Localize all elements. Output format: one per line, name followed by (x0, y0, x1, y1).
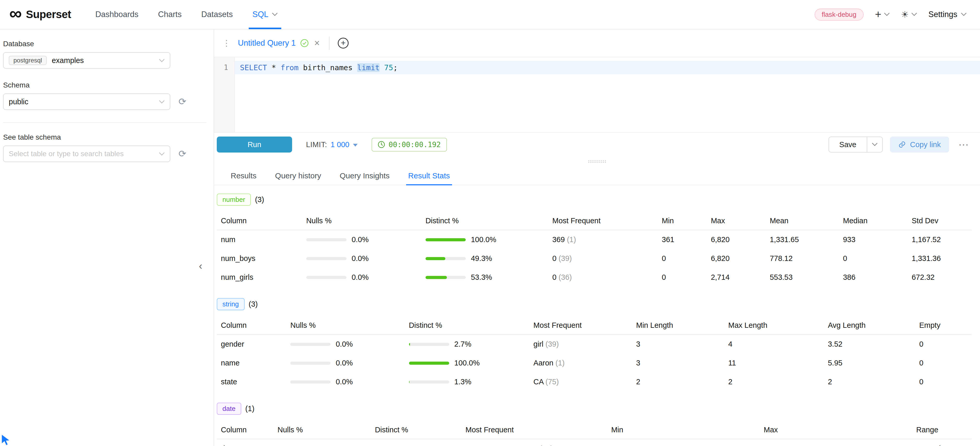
distinct-progress-bar (409, 343, 449, 346)
nav-sql[interactable]: SQL (243, 0, 288, 29)
copy-link-button[interactable]: Copy link (890, 137, 949, 153)
column-header: Distinct % (422, 212, 548, 230)
plus-icon: + (341, 39, 346, 47)
nulls-pct-label: 0.0% (336, 378, 353, 386)
most-frequent-value: 0 (552, 254, 556, 263)
most-frequent-value: 369 (552, 236, 565, 244)
tab-query-history[interactable]: Query history (267, 167, 329, 185)
column-header: Most Frequent (461, 421, 607, 439)
stats-section-string: string(3)ColumnNulls %Distinct %Most Fre… (217, 298, 972, 391)
table-row: num_boys0.0%49.3%0 (39)06,820778.1201,33… (217, 249, 972, 268)
column-header: Range (912, 421, 972, 439)
cell-distinct-pct: 53.3% (422, 268, 548, 287)
tab-result-stats[interactable]: Result Stats (400, 167, 458, 185)
save-button[interactable]: Save (829, 137, 867, 153)
close-tab-icon[interactable]: × (314, 38, 320, 48)
column-header: Nulls % (273, 421, 371, 439)
column-header: Column (217, 421, 273, 439)
tab-query-insights[interactable]: Query Insights (331, 167, 398, 185)
database-label: Database (3, 40, 214, 48)
line-number: 1 (214, 61, 234, 74)
code-token: limit (357, 63, 380, 72)
nav-datasets[interactable]: Datasets (191, 0, 243, 29)
code-token (267, 63, 272, 72)
cell-distinct-pct: 1.3% (405, 373, 530, 391)
nulls-pct-label: 0.0% (352, 236, 369, 244)
query-tab[interactable]: Untitled Query 1 × (234, 38, 324, 48)
add-tab-button[interactable]: + (338, 38, 348, 49)
column-header: Nulls % (302, 212, 422, 230)
database-select-value: examples (52, 56, 84, 65)
tab-drag-handle-icon[interactable]: ⋮ (223, 38, 231, 48)
distinct-progress-bar (425, 238, 466, 241)
sqllab-left-panel: Database postgresql examples Schema publ… (0, 29, 214, 446)
chevron-down-icon (872, 143, 878, 147)
column-header: Median (839, 212, 907, 230)
cell-most-frequent: Aaron (1) (529, 354, 632, 373)
table-select[interactable]: Select table or type to search tables (3, 146, 170, 162)
distinct-progress-bar (425, 257, 466, 260)
cell-value: 1965-01-01T03:00:00.000Z (607, 439, 760, 446)
refresh-schemas-icon[interactable]: ⟳ (178, 97, 186, 106)
column-header: Empty (915, 317, 972, 334)
theme-toggle-button[interactable]: ☀ (901, 10, 917, 19)
distinct-pct-label: 1.3% (454, 378, 471, 386)
stats-table: ColumnNulls %Distinct %Most FrequentMin … (217, 317, 972, 391)
navbar-right: flask-debug + ☀ Settings (815, 8, 967, 21)
database-select[interactable]: postgresql examples (3, 52, 170, 68)
code-token: SELECT (240, 63, 267, 72)
nav-charts[interactable]: Charts (148, 0, 191, 29)
table-row: name0.0%100.0%Aaron (1)3115.950 (217, 354, 972, 373)
cell-most-frequent: 0 (36) (548, 268, 657, 287)
table-header-row: ColumnNulls %Distinct %Most FrequentMinM… (217, 421, 972, 439)
sql-editor[interactable]: 1 SELECT * from birth_names limit 75; (214, 57, 980, 133)
query-tabstrip: ⋮ Untitled Query 1 × + (214, 29, 980, 57)
most-frequent-value: girl (533, 340, 543, 348)
column-header: Column (217, 212, 302, 230)
collapse-panel-button[interactable]: ‹ (199, 261, 202, 271)
add-new-button[interactable]: + (875, 9, 890, 20)
table-header-row: ColumnNulls %Distinct %Most FrequentMin … (217, 317, 972, 334)
cell-nulls-pct: 0.0% (286, 334, 404, 354)
superset-logo[interactable]: ∞ Superset (9, 7, 71, 22)
column-header: Max (707, 212, 765, 230)
tab-results[interactable]: Results (223, 167, 265, 185)
cell-value: 0 (658, 249, 707, 268)
save-dropdown-button[interactable] (867, 137, 883, 153)
type-badge: number (217, 194, 251, 206)
table-row: gender0.0%2.7%girl (39)343.520 (217, 334, 972, 354)
sql-toolbar: Run LIMIT: 1 000 00:00:00.192 Save (214, 133, 980, 156)
cell-value: 3.52 (824, 334, 915, 354)
limit-dropdown[interactable]: LIMIT: 1 000 (306, 140, 358, 149)
chevron-down-icon (159, 100, 165, 104)
code-token: birth_names (299, 63, 357, 72)
sqllab-main: Database postgresql examples Schema publ… (0, 29, 980, 446)
settings-menu[interactable]: Settings (928, 10, 967, 19)
nulls-pct-label: 0.0% (352, 254, 369, 263)
code-token: ; (393, 63, 398, 72)
main-nav: Dashboards Charts Datasets SQL (86, 0, 288, 29)
cell-column-name: num_boys (217, 249, 302, 268)
most-frequent-value: 0 (552, 273, 556, 281)
cell-nulls-pct: 0.0% (302, 249, 422, 268)
refresh-tables-icon[interactable]: ⟳ (178, 149, 186, 158)
more-options-button[interactable]: ⋯ (956, 139, 971, 150)
pane-splitter[interactable] (214, 156, 980, 167)
toolbar-right: Save Copy link ⋯ (829, 137, 971, 153)
editor-code-area[interactable]: SELECT * from birth_names limit 75; (235, 57, 980, 132)
cell-column-name: ds (217, 439, 273, 446)
most-frequent-count: (39) (557, 254, 572, 263)
run-query-button[interactable]: Run (217, 137, 292, 153)
distinct-pct-label: 100.0% (454, 359, 480, 367)
most-frequent-count: (36) (557, 273, 572, 281)
cell-distinct-pct: 2.7% (405, 334, 530, 354)
cell-column-name: gender (217, 334, 286, 354)
environment-badge: flask-debug (815, 8, 864, 21)
chevron-down-icon (884, 13, 890, 16)
nav-dashboards[interactable]: Dashboards (86, 0, 148, 29)
cell-value: 11 (724, 354, 824, 373)
schema-select[interactable]: public (3, 94, 170, 110)
timer-value: 00:00:00.192 (388, 140, 441, 149)
settings-label: Settings (928, 10, 957, 19)
table-row: ds0.0%1.3%1965-01-01T00:00:00 (75)1965-0… (217, 439, 972, 446)
